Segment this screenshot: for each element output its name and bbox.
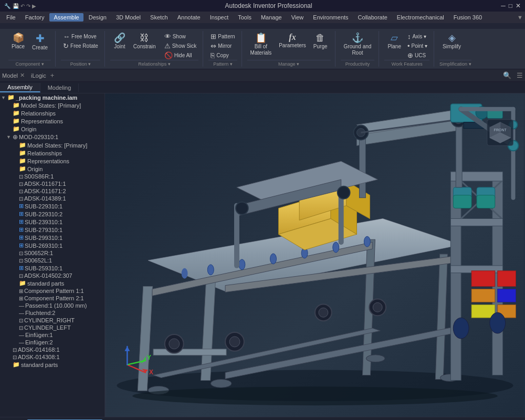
menu-environments[interactable]: Environments bbox=[309, 13, 352, 22]
svg-rect-50 bbox=[471, 304, 495, 318]
tree-fluchtend[interactable]: — Fluchtend:2 bbox=[0, 309, 104, 317]
menu-tools[interactable]: Tools bbox=[234, 13, 256, 22]
menu-factory[interactable]: Factory bbox=[21, 13, 49, 22]
tree-sub-229310-2[interactable]: ⊞ SUB-229310:2 bbox=[0, 210, 104, 218]
mirror-button[interactable]: ⇔ Mirror bbox=[208, 41, 237, 50]
menu-file[interactable]: File bbox=[2, 13, 20, 22]
tree-adsk-014168[interactable]: ⊡ ADSK-014168:1 bbox=[0, 346, 104, 353]
tree-einfugen-2[interactable]: — Einfügen:2 bbox=[0, 339, 104, 346]
tree-sub-279310[interactable]: ⊞ SUB-279310:1 bbox=[0, 226, 104, 234]
maximize-button[interactable]: □ bbox=[509, 2, 512, 9]
tree-model-states[interactable]: 📁 Model States: [Primary] bbox=[0, 101, 104, 109]
show-sick-button[interactable]: ⚠ Show Sick bbox=[162, 41, 199, 50]
bom-icon: 📋 bbox=[255, 33, 267, 43]
tree-sub-229310-1[interactable]: ⊞ SUB-229310:1 bbox=[0, 202, 104, 210]
menu-inspect[interactable]: Inspect bbox=[206, 13, 233, 22]
tree-mod-representations[interactable]: 📁 Representations bbox=[0, 157, 104, 165]
tree-component-pattern-2[interactable]: ⊞ Component Pattern 2:1 bbox=[0, 295, 104, 302]
tree-standard-parts-root[interactable]: 📁 standard parts bbox=[0, 361, 104, 369]
hide-all-button[interactable]: 🚫 Hide All bbox=[162, 51, 199, 60]
show-button[interactable]: 👁 Show bbox=[162, 32, 199, 41]
free-rotate-button[interactable]: ↻ Free Rotate bbox=[61, 41, 100, 50]
tab-assembly[interactable]: Assembly bbox=[0, 83, 40, 92]
tree-representations[interactable]: 📁 Representations bbox=[0, 117, 104, 125]
window-controls[interactable]: ─ □ ✕ bbox=[501, 2, 521, 9]
menu-manage[interactable]: Manage bbox=[257, 13, 286, 22]
viewport[interactable]: X Y FRONT bbox=[105, 93, 525, 417]
menu-fusion360[interactable]: Fusion 360 bbox=[449, 13, 486, 22]
menu-design[interactable]: Design bbox=[85, 13, 111, 22]
menu-annotate[interactable]: Annotate bbox=[173, 13, 205, 22]
tree-cylinder-left[interactable]: ⊡ CYLINDER_LEFT bbox=[0, 324, 104, 331]
tree-passend[interactable]: — Passend:1 (10.000 mm) bbox=[0, 302, 104, 309]
axis-button[interactable]: ↕ Axis ▾ bbox=[405, 32, 429, 41]
plane-button[interactable]: ▱ Plane bbox=[384, 32, 404, 50]
tree-adsk-011671-1[interactable]: ⊡ ADSK-011671:1 bbox=[0, 180, 104, 187]
menu-3dmodel[interactable]: 3D Model bbox=[112, 13, 145, 22]
tree-einfugen-1[interactable]: — Einfügen:1 bbox=[0, 331, 104, 339]
ribbon-toggle[interactable]: ▼ bbox=[517, 14, 523, 20]
copy-button[interactable]: ⎘ Copy bbox=[208, 51, 237, 60]
create-button[interactable]: ✚ Create bbox=[29, 32, 51, 51]
simplify-button[interactable]: ◈ Simplify bbox=[439, 32, 464, 50]
tree-sub-269310[interactable]: ⊞ SUB-269310:1 bbox=[0, 242, 104, 249]
menu-icon[interactable]: ☰ bbox=[517, 71, 523, 79]
tree-sub-259310[interactable]: ⊞ SUB-259310:1 bbox=[0, 264, 104, 272]
ucs-icon: ⊕ bbox=[407, 51, 413, 59]
ucs-button[interactable]: ⊕ UCS bbox=[405, 51, 429, 60]
show-sick-label: Show Sick bbox=[172, 43, 197, 49]
svg-text:Y: Y bbox=[147, 354, 151, 361]
tree-mod-origin[interactable]: 📁 Origin bbox=[0, 165, 104, 173]
free-move-button[interactable]: ↔ Free Move bbox=[61, 32, 100, 41]
mirror-icon: ⇔ bbox=[211, 42, 216, 50]
minimize-button[interactable]: ─ bbox=[501, 2, 506, 9]
tree-cylinder-right[interactable]: ⊡ CYLINDER_RIGHT bbox=[0, 317, 104, 324]
title-bar: 🔧 💾↶↷▶ Autodesk Inventor Professional ─ … bbox=[0, 0, 525, 12]
tree-adsk-014502[interactable]: ⊡ ADSK-014502:307 bbox=[0, 272, 104, 279]
close-button[interactable]: ✕ bbox=[516, 2, 521, 9]
purge-icon: 🗑 bbox=[316, 33, 325, 43]
scene-canvas: X Y FRONT bbox=[105, 93, 525, 417]
free-rotate-icon: ↻ bbox=[63, 42, 69, 50]
menu-collaborate[interactable]: Collaborate bbox=[354, 13, 392, 22]
tree-relationships[interactable]: 📁 Relationships bbox=[0, 109, 104, 117]
tree-s00652r[interactable]: ⊡ S00652R:1 bbox=[0, 249, 104, 257]
bill-of-materials-button[interactable]: 📋 Bill ofMaterials bbox=[247, 32, 275, 57]
tree-origin[interactable]: 📁 Origin bbox=[0, 125, 104, 133]
joint-button[interactable]: 🔗 Joint bbox=[110, 32, 129, 50]
ilogic-tab[interactable]: iLogic bbox=[31, 72, 46, 79]
tree-mod-model-states[interactable]: 📁 Model States: [Primary] bbox=[0, 141, 104, 149]
pattern-button[interactable]: ⊞ Pattern bbox=[208, 32, 237, 41]
place-button[interactable]: 📦 Place bbox=[8, 32, 28, 50]
tree-adsk-014308[interactable]: ⊡ ADSK-014308:1 bbox=[0, 353, 104, 361]
ribbon-content: 📦 Place ✚ Create Component ▾ ↔ Free Move bbox=[0, 29, 525, 69]
tree-standard-parts-1[interactable]: 📁 standard parts bbox=[0, 279, 104, 287]
tree-adsk-014389[interactable]: ⊡ ADSK-014389:1 bbox=[0, 195, 104, 202]
menu-assemble[interactable]: Assemble bbox=[49, 13, 83, 22]
tree-mod-relationships[interactable]: 📁 Relationships bbox=[0, 149, 104, 157]
constrain-button[interactable]: ⛓ Constrain bbox=[130, 32, 159, 50]
tab-modeling[interactable]: Modeling bbox=[40, 83, 79, 92]
tree-s00652l[interactable]: ⊡ S00652L:1 bbox=[0, 257, 104, 264]
ground-root-button[interactable]: ⚓ Ground andRoot bbox=[341, 32, 375, 57]
tree-adsk-011671-2[interactable]: ⊡ ADSK-011671:2 bbox=[0, 187, 104, 195]
tree-sub-239310[interactable]: ⊞ SUB-239310:1 bbox=[0, 218, 104, 226]
tree-root[interactable]: ▼ 📁 _packing machine.iam bbox=[0, 93, 104, 101]
work-features-buttons: ▱ Plane ↕ Axis ▾ • Point ▾ ⊕ UCS bbox=[384, 31, 429, 60]
menu-sketch[interactable]: Sketch bbox=[146, 13, 172, 22]
add-tab-button[interactable]: + bbox=[50, 71, 55, 79]
tree-component-pattern-1[interactable]: ⊞ Component Pattern 1:1 bbox=[0, 287, 104, 295]
menu-view[interactable]: View bbox=[287, 13, 308, 22]
tree-sub-299310[interactable]: ⊞ SUB-299310:1 bbox=[0, 234, 104, 242]
menu-electromechanical[interactable]: Electromechanical bbox=[393, 13, 448, 22]
point-button[interactable]: • Point ▾ bbox=[405, 41, 429, 50]
parameters-button[interactable]: fx Parameters bbox=[276, 32, 309, 49]
purge-button[interactable]: 🗑 Purge bbox=[310, 32, 331, 50]
ucs-label: UCS bbox=[415, 52, 426, 58]
tree-mod-029310[interactable]: ▼ ⊕ MOD-029310:1 bbox=[0, 133, 104, 141]
position-buttons: ↔ Free Move ↻ Free Rotate bbox=[61, 31, 100, 60]
quick-access-icons[interactable]: 💾↶↷▶ bbox=[13, 3, 36, 9]
tree-s00s86r[interactable]: ⊡ S00S86R:1 bbox=[0, 173, 104, 180]
search-icon[interactable]: 🔍 bbox=[503, 71, 511, 79]
model-x-icon[interactable]: ✕ bbox=[20, 72, 25, 79]
